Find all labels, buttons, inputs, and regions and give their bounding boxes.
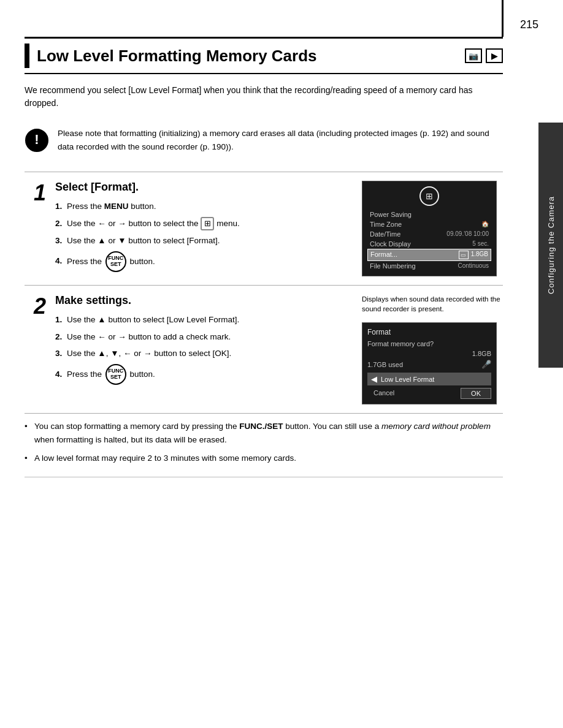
step-1-title: Select [Format]. — [55, 181, 356, 194]
step-1-number: 1 — [34, 182, 46, 204]
step-1-inst-1: 1. Press the MENU button. — [55, 200, 356, 213]
menu-row-clockdisplay: Clock Display 5 sec. — [367, 239, 491, 249]
mic-icon: 🎤 — [481, 360, 491, 369]
camera-icon-box: 📷 — [465, 48, 482, 63]
menu-screen-1: ⊞ Power Saving Time Zone 🏠 Date/Time — [362, 181, 497, 276]
title-icons: 📷 ▶ — [465, 48, 503, 63]
page-container: 215 Configuring the Camera Low Level For… — [0, 0, 563, 728]
title-accent — [25, 44, 29, 68]
menu-row-filenumbering: File Numbering Continuous — [367, 261, 491, 271]
settings-icon-circle: ⊞ — [419, 186, 439, 206]
format-question: Format memory card? — [367, 340, 491, 347]
step-1-content: Select [Format]. 1. Press the MENU butto… — [55, 181, 362, 276]
step-2-content: Make settings. 1. Use the ▲ button to se… — [55, 294, 362, 389]
step-1-inst-2: 2. Use the ← or → button to select the ⊞… — [55, 217, 356, 230]
step-2-screen-area: Displays when sound data recorded with t… — [362, 294, 503, 404]
step-1-list: 1. Press the MENU button. 2. Use the ← o… — [55, 200, 356, 272]
step-2-list: 1. Use the ▲ button to select [Low Level… — [55, 313, 356, 385]
page-number-container: 215 — [502, 0, 563, 37]
step-1-row: 1 Select [Format]. 1. Press the MENU but… — [25, 172, 503, 286]
func-set-button-2: FUNCSET — [105, 364, 126, 385]
format-option-row: ◀ Low Level Format — [367, 373, 491, 385]
warning-text: Please note that formatting (initializin… — [58, 127, 503, 153]
step-2-number-box: 2 — [25, 294, 55, 317]
svg-text:!: ! — [34, 132, 39, 147]
sidebar-label: Configuring the Camera — [538, 123, 563, 368]
ok-button[interactable]: OK — [461, 388, 491, 399]
format-screen: Format Format memory card? 1.8GB 1.7GB u… — [362, 322, 497, 404]
format-buttons: Cancel OK — [367, 388, 491, 399]
step-2-number: 2 — [34, 295, 46, 317]
format-used: 1.7GB used 🎤 — [367, 360, 491, 369]
menu-row-timezone: Time Zone 🏠 — [367, 219, 491, 229]
page-title: Low Level Formatting Memory Cards — [37, 47, 459, 66]
bottom-notes: You can stop formatting a memory card by… — [25, 414, 503, 464]
camera-icon: 📷 — [469, 51, 478, 61]
menu-icon-small: ⊞ — [201, 217, 214, 230]
steps-container: 1 Select [Format]. 1. Press the MENU but… — [25, 172, 503, 414]
warning-icon: ! — [25, 128, 49, 153]
format-size: 1.8GB — [367, 350, 491, 357]
main-content: Low Level Formatting Memory Cards 📷 ▶ We… — [0, 0, 527, 502]
step-1-inst-4: 4. Press the FUNCSET button. — [55, 251, 356, 272]
checkmark-icon: ◀ — [371, 374, 377, 384]
title-bar: Low Level Formatting Memory Cards 📷 ▶ — [25, 37, 503, 74]
cancel-button[interactable]: Cancel — [367, 388, 400, 399]
func-set-button-1: FUNCSET — [105, 251, 126, 272]
step-2-inst-4: 4. Press the FUNCSET button. — [55, 364, 356, 385]
sd-card-icon: ▭ — [459, 251, 469, 259]
step-1-screen: ⊞ Power Saving Time Zone 🏠 Date/Time — [362, 181, 503, 276]
step-1-inst-3: 3. Use the ▲ or ▼ button to select [Form… — [55, 234, 356, 248]
step-2-inst-1: 1. Use the ▲ button to select [Low Level… — [55, 313, 356, 327]
menu-screen-icon: ⊞ — [367, 186, 491, 206]
page-number: 215 — [520, 18, 538, 31]
intro-paragraph: We recommend you select [Low Level Forma… — [25, 84, 503, 110]
step-2-inst-3: 3. Use the ▲, ▼, ← or → button to select… — [55, 347, 356, 360]
format-screen-title: Format — [367, 328, 491, 336]
menu-row-format: Format... ▭ 1.8GB — [367, 249, 491, 261]
play-icon-box: ▶ — [486, 48, 503, 63]
sound-note: Displays when sound data recorded with t… — [362, 294, 503, 314]
bottom-note-1: You can stop formatting a memory card by… — [25, 420, 503, 446]
step-2-row: 2 Make settings. 1. Use the ▲ button to … — [25, 286, 503, 414]
warning-box: ! Please note that formatting (initializ… — [25, 121, 503, 159]
step-1-number-box: 1 — [25, 181, 55, 204]
bottom-note-2: A low level format may require 2 to 3 mi… — [25, 452, 503, 465]
step-2-title: Make settings. — [55, 294, 356, 307]
menu-row-datetime: Date/Time 09.09.'08 10:00 — [367, 229, 491, 239]
menu-row-power: Power Saving — [367, 210, 491, 219]
play-icon: ▶ — [491, 51, 497, 61]
bottom-divider — [25, 477, 503, 477]
step-2-inst-2: 2. Use the ← or → button to add a check … — [55, 330, 356, 344]
